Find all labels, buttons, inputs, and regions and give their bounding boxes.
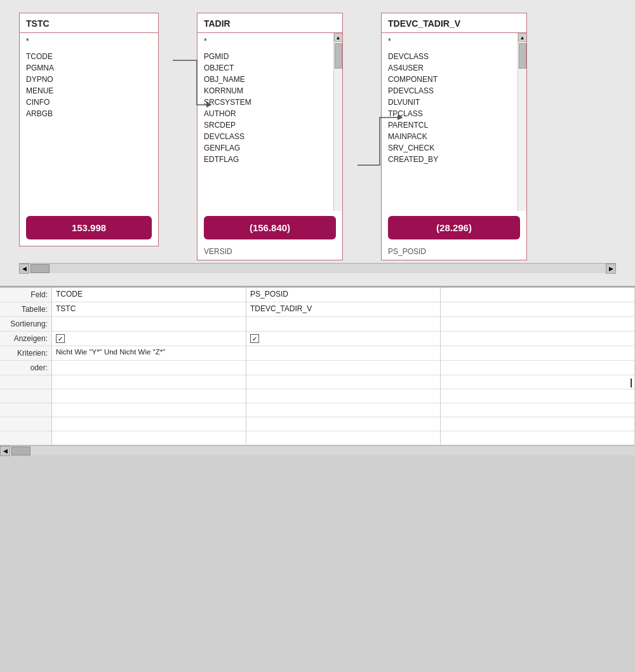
tadir-scroll-up[interactable]: ▲ <box>334 33 343 42</box>
field-tstc-menue[interactable]: MENUE <box>26 85 152 97</box>
label-feld: Feld: <box>0 288 52 302</box>
checkbox-anzeigen-1[interactable]: ✓ <box>56 334 65 343</box>
cell-oder-3[interactable] <box>441 361 635 375</box>
table-tdevc-title: TDEVC_TADIR_V <box>382 13 526 33</box>
label-empty-5 <box>0 431 52 445</box>
field-tadir-object[interactable]: OBJECT <box>204 62 327 74</box>
field-tdevc-tpclass[interactable]: TPCLASS <box>388 108 511 119</box>
table-tstc-fields: * TCODE PGMNA DYPNO MENUE CINFO ARBGB <box>20 33 158 211</box>
cell-empty-4c[interactable] <box>441 417 635 431</box>
h-scroll-right-btn[interactable]: ▶ <box>606 264 616 274</box>
bottom-horizontal-scroll[interactable]: ◀ <box>0 445 635 455</box>
field-tadir-star[interactable]: * <box>204 36 327 47</box>
cell-empty-5a[interactable] <box>52 431 246 445</box>
field-tadir-korrnum[interactable]: KORRNUM <box>204 85 327 97</box>
cell-oder-1[interactable] <box>52 361 246 375</box>
cell-oder-2[interactable] <box>246 361 441 375</box>
table-tstc-title: TSTC <box>20 13 158 33</box>
cell-empty-2b[interactable] <box>246 389 441 403</box>
cell-feld-1[interactable]: TCODE <box>52 288 246 302</box>
bottom-h-scroll-thumb[interactable] <box>11 447 30 455</box>
field-tadir-srcdep[interactable]: SRCDEP <box>204 119 327 131</box>
h-scroll-left-btn[interactable]: ◀ <box>19 264 29 274</box>
cell-feld-3[interactable] <box>441 288 635 302</box>
cell-sortierung-1[interactable] <box>52 317 246 332</box>
field-tstc-arbgb[interactable]: ARBGB <box>26 108 152 119</box>
cell-empty-5c[interactable] <box>441 431 635 445</box>
cell-kriterien-3[interactable] <box>441 346 635 361</box>
cell-empty-1c[interactable] <box>441 375 635 389</box>
tadir-scrollbar[interactable]: ▲ <box>333 33 342 211</box>
field-tdevc-parentcl[interactable]: PARENTCL <box>388 119 511 131</box>
cell-empty-1b[interactable] <box>246 375 441 389</box>
field-tadir-edtflag[interactable]: EDTFLAG <box>204 154 327 165</box>
checkbox-anzeigen-2[interactable]: ✓ <box>250 334 259 343</box>
field-tadir-genflag[interactable]: GENFLAG <box>204 142 327 154</box>
cell-tabelle-1[interactable]: TSTC <box>52 302 246 317</box>
field-tdevc-mainpack[interactable]: MAINPACK <box>388 131 511 142</box>
cell-empty-3a[interactable] <box>52 403 246 417</box>
tdevc-scrollbar[interactable]: ▲ <box>518 33 526 211</box>
cell-anzeigen-1[interactable]: ✓ <box>52 332 246 346</box>
cell-empty-5b[interactable] <box>246 431 441 445</box>
cell-kriterien-2[interactable] <box>246 346 441 361</box>
label-empty-1 <box>0 375 52 389</box>
label-sortierung: Sortierung: <box>0 317 52 332</box>
top-section: TSTC * TCODE PGMNA DYPNO MENUE CINFO ARB… <box>0 0 635 286</box>
field-tdevc-pdevclass[interactable]: PDEVCLASS <box>388 85 511 97</box>
field-tdevc-dlvunit[interactable]: DLVUNIT <box>388 97 511 108</box>
tables-container: TSTC * TCODE PGMNA DYPNO MENUE CINFO ARB… <box>19 13 616 260</box>
cell-kriterien-1[interactable]: Nicht Wie "Y*" Und Nicht Wie "Z*" <box>52 346 246 361</box>
cell-empty-4b[interactable] <box>246 417 441 431</box>
field-tdevc-star[interactable]: * <box>388 36 511 47</box>
field-tdevc-srv_check[interactable]: SRV_CHECK <box>388 142 511 154</box>
field-tstc-dypno[interactable]: DYPNO <box>26 74 152 85</box>
field-tstc-pgmna[interactable]: PGMNA <box>26 62 152 74</box>
field-tadir-obj_name[interactable]: OBJ_NAME <box>204 74 327 85</box>
table-tadir-value: (156.840) <box>204 216 336 239</box>
cell-tabelle-3[interactable] <box>441 302 635 317</box>
table-tdevc-fields: * DEVCLASS AS4USER COMPONENT PDEVCLASS D… <box>382 33 526 211</box>
top-horizontal-scroll[interactable]: ◀ ▶ <box>19 263 616 273</box>
bottom-h-scroll-left-btn[interactable]: ◀ <box>0 446 10 456</box>
field-tadir-srcsystem[interactable]: SRCSYSTEM <box>204 97 327 108</box>
cell-sortierung-3[interactable] <box>441 317 635 332</box>
field-tadir-author[interactable]: AUTHOR <box>204 108 327 119</box>
table-tdevc-value: (28.296) <box>388 216 520 239</box>
table-tadir: TADIR * PGMID OBJECT OBJ_NAME KORRNUM SR… <box>197 13 343 260</box>
label-empty-2 <box>0 389 52 403</box>
cell-tabelle-2[interactable]: TDEVC_TADIR_V <box>246 302 441 317</box>
h-scroll-thumb[interactable] <box>30 264 50 273</box>
field-tdevc-component[interactable]: COMPONENT <box>388 74 511 85</box>
cell-empty-2c[interactable] <box>441 389 635 403</box>
table-tstc-value: 153.998 <box>26 216 152 239</box>
table-tadir-title: TADIR <box>197 13 342 33</box>
cell-anzeigen-3[interactable] <box>441 332 635 346</box>
cell-empty-3c[interactable] <box>441 403 635 417</box>
field-tstc-star[interactable]: * <box>26 36 152 47</box>
cell-feld-2[interactable]: PS_POSID <box>246 288 441 302</box>
field-tdevc-as4user[interactable]: AS4USER <box>388 62 511 74</box>
cell-empty-4a[interactable] <box>52 417 246 431</box>
cell-empty-3b[interactable] <box>246 403 441 417</box>
field-tstc-cinfo[interactable]: CINFO <box>26 97 152 108</box>
cell-empty-1a[interactable] <box>52 375 246 389</box>
field-tstc-tcode[interactable]: TCODE <box>26 51 152 62</box>
cell-empty-2a[interactable] <box>52 389 246 403</box>
tdevc-scroll-up[interactable]: ▲ <box>518 33 527 42</box>
label-anzeigen: Anzeigen: <box>0 332 52 346</box>
cell-anzeigen-2[interactable]: ✓ <box>246 332 441 346</box>
label-tabelle: Tabelle: <box>0 302 52 317</box>
field-tadir-devclass[interactable]: DEVCLASS <box>204 131 327 142</box>
label-empty-4 <box>0 417 52 431</box>
field-tdevc-devclass[interactable]: DEVCLASS <box>388 51 511 62</box>
field-tdevc-created_by[interactable]: CREATED_BY <box>388 154 511 165</box>
query-grid: Feld: TCODE PS_POSID Tabelle: TSTC TDEVC… <box>0 287 635 445</box>
tdevc-scroll-thumb[interactable] <box>519 43 526 69</box>
label-oder: oder: <box>0 361 52 375</box>
label-kriterien: Kriterien: <box>0 346 52 361</box>
table-tdevc: TDEVC_TADIR_V * DEVCLASS AS4USER COMPONE… <box>381 13 527 260</box>
cell-sortierung-2[interactable] <box>246 317 441 332</box>
field-tadir-pgmid[interactable]: PGMID <box>204 51 327 62</box>
tadir-scroll-thumb[interactable] <box>335 43 342 69</box>
